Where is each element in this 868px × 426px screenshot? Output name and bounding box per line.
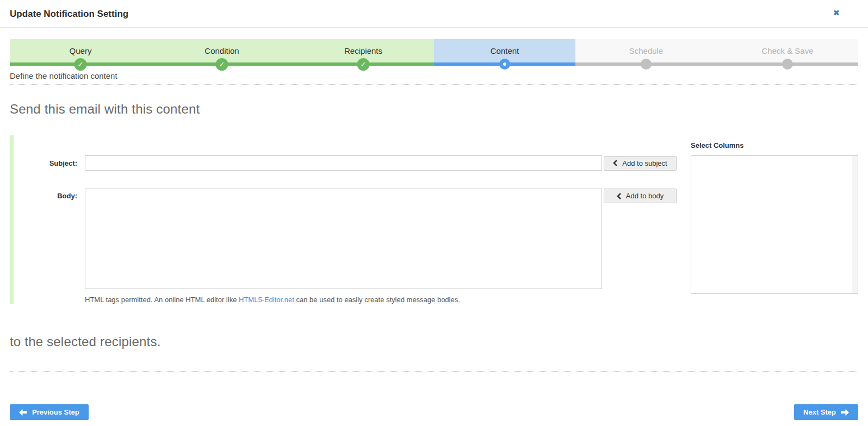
step-schedule: Schedule [575,39,717,66]
update-notification-dialog: Update Notification Setting ✖ Query ✓ Co… [0,0,868,420]
select-columns-panel: Select Columns [691,135,858,304]
body-row: Body: Add to body [14,189,677,291]
check-circle-icon: ✓ [216,58,228,71]
arrow-right-icon [841,409,849,416]
footer-divider [10,371,858,372]
add-to-subject-label: Add to subject [622,159,667,167]
step-check-save: Check & Save [717,39,858,66]
arrow-left-icon [19,409,27,416]
next-step-button[interactable]: Next Step [794,404,858,420]
outro-heading: to the selected recipients. [10,334,858,349]
html5-editor-link[interactable]: HTML5-Editor.net [239,296,294,304]
form-fields: Subject: Add to subject Body: [14,135,677,304]
pending-step-dot-icon [641,59,652,70]
page-title: Update Notification Setting [10,9,858,20]
step-condition[interactable]: Condition ✓ [151,39,293,66]
select-columns-label: Select Columns [691,141,858,149]
scrollbar-track [852,156,858,293]
helper-row: HTML tags permitted. An online HTML edit… [14,296,677,304]
step-description: Define the notification content [10,66,858,85]
add-to-subject-button[interactable]: Add to subject [604,156,677,171]
previous-step-button[interactable]: Previous Step [10,404,89,420]
check-circle-icon: ✓ [357,58,370,71]
previous-step-label: Previous Step [32,408,79,416]
chevron-left-icon [613,160,617,166]
body-textarea[interactable] [85,189,602,289]
chevron-left-icon [617,193,621,199]
subject-label: Subject: [14,159,85,167]
active-step-dot-icon [499,59,510,70]
step-query[interactable]: Query ✓ [10,39,151,66]
body-label: Body: [14,189,85,200]
step-content[interactable]: Content [434,39,575,66]
pending-step-dot-icon [782,59,793,70]
add-to-body-label: Add to body [626,192,664,200]
wizard-footer: Previous Step Next Step [0,404,868,420]
step-recipients[interactable]: Recipients ✓ [293,39,434,66]
intro-heading: Send this email with this content [10,102,858,117]
wizard-stepper: Query ✓ Condition ✓ Recipients ✓ Content… [10,39,858,66]
add-to-body-button[interactable]: Add to body [604,189,677,203]
content-area: Send this email with this content Subjec… [0,102,868,372]
select-columns-listbox[interactable] [691,155,858,294]
email-content-form: Subject: Add to subject Body: [10,135,858,325]
accent-bar [10,135,14,304]
check-circle-icon: ✓ [75,58,87,71]
close-icon[interactable]: ✖ [833,9,840,17]
subject-row: Subject: Add to subject [14,155,677,171]
dialog-header: Update Notification Setting ✖ [0,0,868,28]
body-helper-text: HTML tags permitted. An online HTML edit… [85,296,602,304]
subject-input[interactable] [85,155,602,171]
next-step-label: Next Step [803,408,836,416]
